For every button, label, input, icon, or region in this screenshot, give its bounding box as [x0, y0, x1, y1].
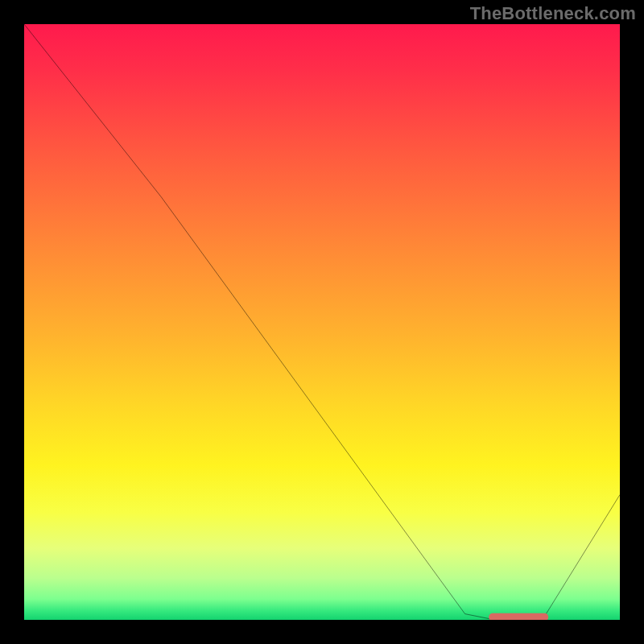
optimal-range-marker [24, 24, 620, 620]
watermark-text: TheBottleneck.com [470, 3, 636, 24]
chart-frame: TheBottleneck.com [0, 0, 644, 644]
plot-area [24, 24, 620, 620]
svg-rect-0 [489, 613, 548, 620]
